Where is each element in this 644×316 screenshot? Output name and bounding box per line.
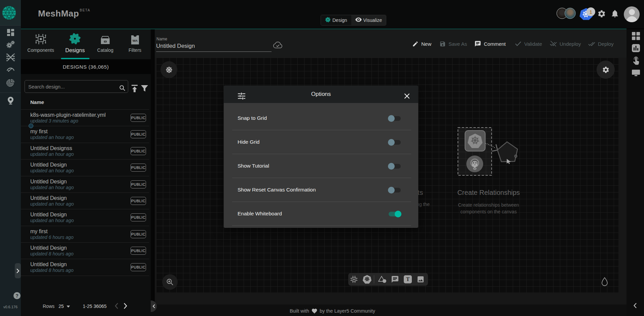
svg-text:WA: WA [132, 39, 137, 42]
